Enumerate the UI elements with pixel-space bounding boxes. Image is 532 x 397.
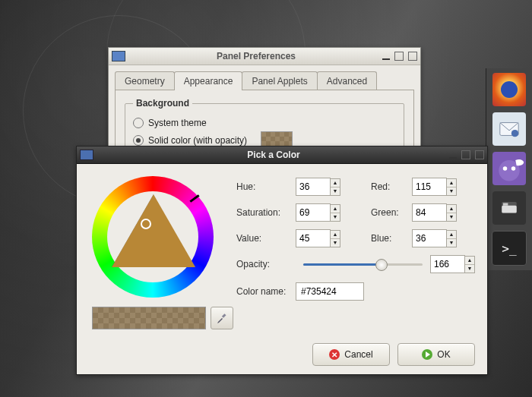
dock: >_ <box>486 68 532 270</box>
hue-up[interactable]: ▲ <box>331 179 340 187</box>
input-red[interactable] <box>412 178 447 196</box>
panel-prefs-titlebar[interactable]: Panel Preferences <box>109 48 420 65</box>
color-picker-dialog: Pick a Color Hue: ▲▼ Red: ▲▼ Satur <box>76 146 488 375</box>
ok-icon <box>422 349 432 360</box>
triangle-picker-dot[interactable] <box>141 219 151 229</box>
maximize-button[interactable] <box>394 52 404 61</box>
input-saturation[interactable] <box>296 203 331 222</box>
label-solid-color: Solid color (with opacity) <box>148 135 247 146</box>
opacity-thumb[interactable] <box>375 259 388 271</box>
tab-geometry[interactable]: Geometry <box>115 71 175 90</box>
color-picker-titlebar[interactable]: Pick a Color <box>77 147 487 164</box>
dock-file-manager-icon[interactable] <box>492 191 526 225</box>
blue-down[interactable]: ▼ <box>447 239 456 247</box>
svg-point-4 <box>511 166 516 171</box>
sat-down[interactable]: ▼ <box>331 213 340 221</box>
color-preview-swatch <box>92 307 206 329</box>
label-opacity: Opacity: <box>236 259 296 269</box>
close-button[interactable] <box>475 150 484 159</box>
background-legend: Background <box>133 98 192 109</box>
ok-button[interactable]: OK <box>397 343 475 366</box>
maximize-button[interactable] <box>461 150 470 159</box>
label-saturation: Saturation: <box>236 207 296 218</box>
red-up[interactable]: ▲ <box>447 179 456 187</box>
input-value[interactable] <box>296 229 331 247</box>
color-picker-title: Pick a Color <box>98 150 449 160</box>
tab-panel-applets[interactable]: Panel Applets <box>242 71 317 90</box>
label-red: Red: <box>371 181 412 192</box>
tab-bar: Geometry Appearance Panel Applets Advanc… <box>109 65 420 90</box>
svg-rect-8 <box>222 314 226 318</box>
input-green[interactable] <box>412 203 447 222</box>
window-app-icon <box>80 150 93 160</box>
svg-point-3 <box>503 166 508 171</box>
svg-rect-7 <box>503 203 508 206</box>
tab-advanced[interactable]: Advanced <box>317 71 377 90</box>
red-down[interactable]: ▼ <box>447 187 456 195</box>
val-down[interactable]: ▼ <box>331 239 340 247</box>
op-down[interactable]: ▼ <box>465 265 474 273</box>
cancel-label: Cancel <box>344 349 372 360</box>
hue-down[interactable]: ▼ <box>331 187 340 195</box>
green-down[interactable]: ▼ <box>447 213 456 221</box>
label-green: Green: <box>371 207 412 218</box>
cancel-button[interactable]: ✕ Cancel <box>312 343 390 366</box>
val-up[interactable]: ▲ <box>331 231 340 239</box>
window-app-icon <box>112 51 125 61</box>
dock-terminal-icon[interactable]: >_ <box>492 231 527 266</box>
opacity-slider[interactable] <box>303 257 423 271</box>
label-system-theme: System theme <box>148 118 207 128</box>
color-fields: Hue: ▲▼ Red: ▲▼ Saturation: ▲▼ Green: ▲▼… <box>236 178 475 308</box>
radio-solid-color[interactable] <box>133 135 144 146</box>
radio-system-theme[interactable] <box>133 118 144 128</box>
tab-appearance[interactable]: Appearance <box>174 71 243 90</box>
dock-firefox-icon[interactable] <box>492 73 526 106</box>
input-hue[interactable] <box>296 178 331 196</box>
blue-up[interactable]: ▲ <box>447 231 456 239</box>
input-opacity[interactable] <box>430 255 465 273</box>
label-blue: Blue: <box>371 233 412 244</box>
ok-label: OK <box>437 349 450 360</box>
close-button[interactable] <box>408 52 417 61</box>
eyedropper-button[interactable] <box>211 307 233 329</box>
sat-up[interactable]: ▲ <box>331 205 340 213</box>
label-value: Value: <box>236 233 296 244</box>
minimize-button[interactable] <box>449 153 457 159</box>
op-up[interactable]: ▲ <box>465 257 474 265</box>
input-blue[interactable] <box>412 229 447 247</box>
svg-point-1 <box>511 130 518 137</box>
input-color-name[interactable] <box>296 282 364 301</box>
svg-rect-6 <box>502 206 517 213</box>
green-up[interactable]: ▲ <box>447 205 456 213</box>
panel-prefs-title: Panel Preferences <box>130 51 382 61</box>
minimize-button[interactable] <box>382 55 390 60</box>
dock-pidgin-icon[interactable] <box>492 152 526 185</box>
cancel-icon: ✕ <box>329 349 340 360</box>
dock-mail-icon[interactable] <box>492 112 526 146</box>
label-color-name: Color name: <box>236 286 296 297</box>
label-hue: Hue: <box>236 181 296 192</box>
